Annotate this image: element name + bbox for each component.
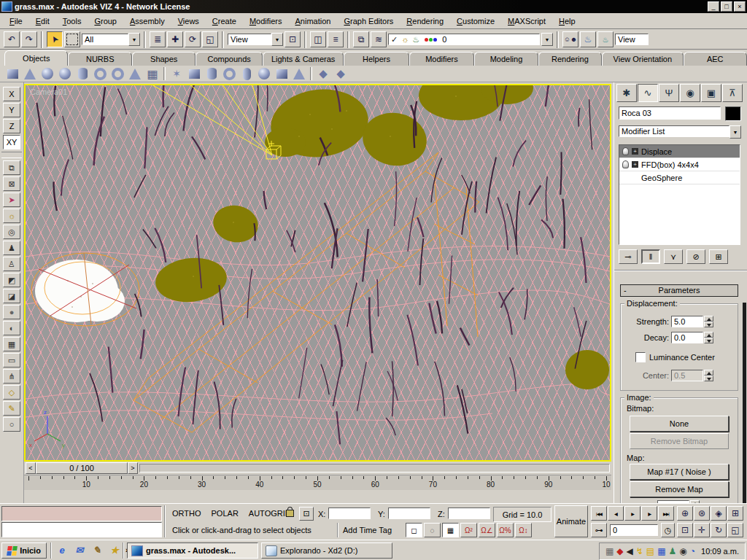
tab-nurbs[interactable]: NURBS — [68, 52, 131, 66]
tray-camera-icon[interactable]: ◉ — [679, 547, 686, 556]
time-slider-track[interactable] — [139, 464, 610, 472]
menu-item[interactable]: Tools — [56, 15, 88, 28]
select-object-button[interactable]: ➤ — [47, 31, 63, 47]
object-color-swatch[interactable] — [725, 106, 741, 121]
quick-render-button[interactable]: ♨ — [597, 31, 614, 47]
menu-item[interactable]: Views — [171, 15, 206, 28]
maxscript-mini-listener[interactable] — [1, 506, 162, 521]
scale-button[interactable]: ◱ — [202, 31, 218, 47]
set-key-button[interactable]: ⊶ — [591, 523, 607, 537]
make-unique-button[interactable]: ⋎ — [664, 249, 683, 264]
stack-item-geosphere[interactable]: GeoSphere — [619, 171, 740, 184]
hierarchy-tab[interactable]: Ψ — [659, 84, 679, 102]
zoom-button[interactable]: ⊕ — [677, 506, 693, 521]
create-plane-button[interactable] — [146, 67, 159, 80]
task-grass-max[interactable]: grass.max - Autodesk... — [127, 542, 258, 559]
time-slider-handle[interactable]: 0 / 100 — [36, 462, 128, 474]
create-spindle-button[interactable] — [258, 67, 271, 80]
create-star-button[interactable] — [170, 67, 183, 80]
person-button[interactable]: ♟ — [3, 241, 20, 255]
white-rock[interactable] — [31, 253, 139, 326]
maximize-button[interactable]: □ — [721, 1, 732, 12]
curve-editor-button[interactable]: ≋ — [371, 31, 387, 47]
mirror-button[interactable]: ◫ — [310, 31, 326, 47]
walk-button[interactable]: ♙ — [3, 257, 20, 271]
spray-button[interactable]: ☼ — [3, 209, 20, 223]
mode-toggle[interactable]: POLAR — [212, 509, 239, 518]
render-scene-button[interactable]: ♨ — [580, 31, 596, 47]
menu-item[interactable]: Graph Editors — [337, 15, 400, 28]
y-coordinate-field[interactable] — [388, 508, 430, 519]
create-tripatch-button[interactable] — [334, 67, 347, 80]
map-button[interactable]: Map #17 ( Noise ) — [630, 464, 729, 480]
arc-rotate-button[interactable]: ↻ — [711, 523, 727, 537]
selection-filter-combo[interactable]: All ▼ — [82, 33, 140, 46]
light-button[interactable]: ○ — [3, 417, 20, 432]
reference-coordinate-combo[interactable]: View ▼ — [228, 33, 283, 46]
tray-folder-icon[interactable]: ▤ — [646, 547, 654, 556]
create-geosphere-button[interactable] — [58, 67, 71, 80]
object-name-field[interactable]: Roca 03 — [619, 106, 721, 120]
add-time-tag[interactable]: Add Time Tag — [343, 526, 392, 534]
create-box-button[interactable] — [6, 67, 19, 80]
tab-compounds[interactable]: Compounds — [196, 52, 262, 66]
isolate-button[interactable]: ◻ — [406, 523, 422, 537]
move-button[interactable]: ✚ — [167, 31, 183, 47]
tray-antivirus-icon[interactable]: ◆ — [616, 547, 623, 556]
create-tube-button[interactable] — [93, 67, 107, 80]
spinner-snap-button[interactable]: Ω↕ — [515, 523, 532, 537]
next-frame-button[interactable]: |▶ — [641, 506, 657, 521]
listener-line[interactable] — [1, 522, 162, 537]
quick-launch-outlook[interactable]: ✉ — [73, 543, 86, 556]
x-coordinate-field[interactable] — [328, 508, 371, 519]
angle-snap-button[interactable]: Ω∠ — [479, 523, 495, 537]
restrict-y-button[interactable]: Y — [3, 103, 20, 117]
quick-launch-desktop[interactable]: ✎ — [90, 543, 104, 556]
tab-helpers[interactable]: Helpers — [344, 52, 409, 66]
tray-volume-icon[interactable]: ◀ — [627, 547, 633, 556]
create-cone-button[interactable] — [23, 67, 36, 80]
chevron-down-icon[interactable]: ▼ — [541, 33, 553, 46]
modifier-list-combo[interactable]: Modifier List ▼ — [619, 125, 741, 139]
z-coordinate-field[interactable] — [448, 508, 490, 519]
zoom-extents-button[interactable]: ◈ — [711, 506, 727, 521]
restrict-x-button[interactable]: X — [3, 87, 20, 101]
snap-toggle-button[interactable]: ▦ — [442, 523, 459, 537]
tab-shapes[interactable]: Shapes — [132, 52, 196, 66]
chevron-down-icon[interactable]: ▼ — [128, 33, 140, 46]
show-end-result-button[interactable]: ‖ — [641, 249, 660, 264]
redo-button[interactable]: ↷ — [21, 31, 37, 47]
bind-to-spacewarp-button[interactable]: ➤ — [3, 192, 20, 207]
min-max-toggle-button[interactable]: ◱ — [727, 523, 743, 537]
create-prism-button[interactable] — [293, 67, 306, 80]
tray-power-icon[interactable]: ↯ — [636, 547, 643, 556]
tab-modeling[interactable]: Modeling — [474, 52, 538, 66]
viewport-label[interactable]: Camera01 — [30, 88, 67, 96]
menu-item[interactable]: Help — [552, 15, 582, 28]
target-button[interactable]: ◎ — [3, 225, 20, 239]
create-pyramid-button[interactable] — [128, 67, 142, 80]
previous-frame-button[interactable]: ◀| — [608, 506, 624, 521]
stack-item-displace[interactable]: Displace — [619, 145, 740, 158]
close-button[interactable]: × — [734, 1, 746, 12]
task-explorer[interactable]: Explorando - Xd2 (D:) — [261, 542, 392, 559]
decay-field[interactable]: 0.0 — [671, 332, 703, 343]
tab-modifiers[interactable]: Modifiers — [409, 52, 474, 66]
restrict-z-button[interactable]: Z — [3, 119, 20, 133]
rotate-button[interactable]: ⟳ — [185, 31, 201, 47]
create-chamferbox-button[interactable] — [187, 67, 201, 80]
menu-item[interactable]: Modifiers — [243, 15, 289, 28]
schematic-view-button[interactable]: ☺☻ — [562, 31, 578, 47]
tab-rendering[interactable]: Rendering — [538, 52, 602, 66]
menu-item[interactable]: Edit — [29, 15, 56, 28]
display-tab[interactable]: ▣ — [701, 84, 721, 102]
shaded-sphere-button[interactable]: ● — [3, 305, 20, 319]
play-button[interactable]: ▶ — [624, 506, 640, 521]
manipulate-button[interactable]: ⊡ — [285, 31, 301, 47]
menu-item[interactable]: Group — [88, 15, 123, 28]
polygon-edit-button[interactable]: ✎ — [3, 401, 20, 416]
remove-modifier-button[interactable]: ⊘ — [686, 249, 705, 264]
utilities-tab[interactable]: ⊼ — [722, 84, 743, 102]
menu-item[interactable]: File — [3, 15, 29, 28]
mode-toggle[interactable]: AUTOGRID — [249, 509, 291, 518]
